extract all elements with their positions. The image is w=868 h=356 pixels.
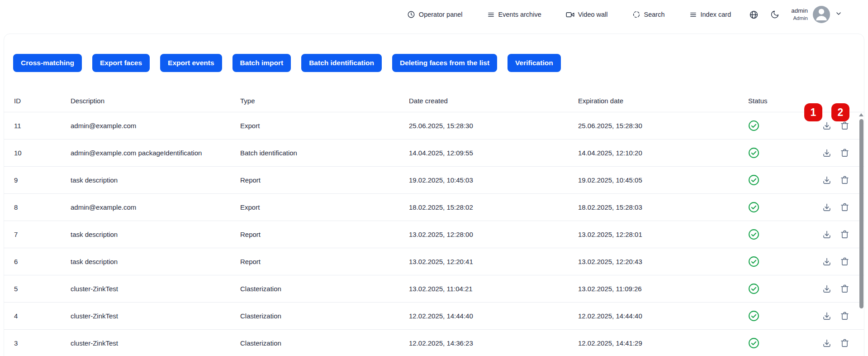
table-row-11: 11admin@example.comExport25.06.2025, 15:… (4, 112, 864, 139)
download-button[interactable] (822, 230, 832, 240)
cell-actions (802, 148, 854, 158)
nav-item-search[interactable]: Search (632, 10, 665, 19)
status-success-icon (748, 174, 759, 186)
cell-description: cluster-ZinkTest (71, 312, 240, 320)
chevron-down-icon[interactable] (835, 10, 842, 19)
status-success-icon (748, 310, 759, 322)
download-button[interactable] (822, 121, 832, 131)
status-success-icon (748, 229, 759, 240)
status-success-icon (748, 283, 759, 294)
table-row-4: 4cluster-ZinkTestClasterization12.02.202… (4, 302, 864, 329)
theme-toggle-button[interactable] (770, 10, 779, 19)
scrollbar-up-arrow-icon[interactable] (859, 113, 863, 116)
download-button[interactable] (822, 338, 832, 348)
trash-button[interactable] (840, 311, 849, 321)
download-icon (822, 230, 832, 240)
download-button[interactable] (822, 148, 832, 158)
cell-type: Clasterization (240, 312, 409, 320)
cell-expiration-date: 13.02.2025, 12:28:01 (578, 231, 748, 238)
language-globe-button[interactable] (749, 10, 759, 19)
trash-icon (840, 148, 849, 158)
cell-status (748, 202, 802, 213)
trash-button[interactable] (840, 338, 849, 348)
nav-item-operator-panel[interactable]: Operator panel (407, 10, 463, 19)
trash-button[interactable] (840, 202, 849, 212)
clock-icon (407, 10, 415, 19)
batch-identification-button[interactable]: Batch identification (301, 54, 382, 72)
user-role: Admin (791, 15, 808, 21)
nav-item-video-wall[interactable]: Video wall (566, 10, 608, 19)
export-events-button[interactable]: Export events (160, 54, 222, 72)
cell-status (748, 310, 802, 322)
cell-description: admin@example.com (71, 203, 240, 211)
table-row-5: 5cluster-ZinkTestClasterization13.02.202… (4, 275, 864, 302)
table-body: 11admin@example.comExport25.06.2025, 15:… (4, 112, 864, 356)
user-name: admin (791, 7, 808, 15)
cell-expiration-date: 14.04.2025, 12:10:20 (578, 149, 748, 157)
trash-icon (840, 121, 849, 130)
cell-date-created: 12.02.2025, 14:36:23 (409, 339, 578, 347)
column-header-expiration-date: Expiration date (578, 97, 748, 105)
trash-button[interactable] (840, 230, 849, 239)
cell-expiration-date: 12.02.2025, 14:44:40 (578, 312, 748, 320)
cell-description: admin@example.com (71, 122, 240, 130)
column-header-description: Description (71, 97, 240, 105)
cell-expiration-date: 12.02.2025, 14:41:29 (578, 339, 748, 347)
cell-status (748, 256, 802, 267)
cell-status (748, 147, 802, 159)
batch-import-button[interactable]: Batch import (232, 54, 291, 72)
globe-icon (749, 10, 759, 19)
status-success-icon (748, 147, 759, 159)
table-row-9: 9task descriptionReport19.02.2025, 10:45… (4, 166, 864, 193)
table-row-7: 7task descriptionReport13.02.2025, 12:28… (4, 221, 864, 248)
cell-description: task description (71, 258, 240, 265)
trash-button[interactable] (840, 175, 849, 185)
trash-button[interactable] (840, 148, 849, 158)
table-row-8: 8admin@example.comExport18.02.2025, 15:2… (4, 193, 864, 221)
verification-button[interactable]: Verification (508, 54, 561, 72)
trash-button[interactable] (840, 121, 849, 130)
person-icon (813, 6, 830, 23)
cell-date-created: 18.02.2025, 15:28:02 (409, 203, 578, 211)
cell-actions (802, 338, 854, 348)
cell-actions (802, 121, 854, 131)
deleting-faces-from-the-list-button[interactable]: Deleting faces from the list (392, 54, 497, 72)
table-row-3: 3cluster-ZinkTestClasterization12.02.202… (4, 329, 864, 356)
download-icon (822, 311, 832, 321)
annotation-badge-2: 2 (831, 103, 849, 121)
download-button[interactable] (822, 202, 832, 212)
download-button[interactable] (822, 175, 832, 185)
cell-date-created: 13.02.2025, 11:04:21 (409, 285, 578, 293)
nav-item-index-card[interactable]: Index card (689, 11, 731, 19)
cell-expiration-date: 13.02.2025, 12:20:43 (578, 258, 748, 265)
trash-icon (840, 311, 849, 321)
trash-button[interactable] (840, 284, 849, 293)
cell-date-created: 12.02.2025, 14:44:40 (409, 312, 578, 320)
status-success-icon (748, 337, 759, 349)
avatar[interactable] (813, 6, 830, 23)
nav-item-label: Index card (701, 11, 731, 18)
cell-id: 3 (14, 339, 71, 347)
user-menu[interactable]: admin Admin (791, 6, 842, 23)
cell-date-created: 25.06.2025, 15:28:30 (409, 122, 578, 130)
export-faces-button[interactable]: Export faces (92, 54, 150, 72)
status-success-icon (748, 120, 759, 131)
scrollbar-thumb[interactable] (859, 119, 863, 308)
list-icon (689, 11, 697, 19)
cell-status (748, 120, 802, 131)
download-button[interactable] (822, 284, 832, 294)
cell-actions (802, 175, 854, 185)
download-button[interactable] (822, 257, 832, 267)
nav-item-events-archive[interactable]: Events archive (487, 11, 541, 19)
download-button[interactable] (822, 311, 832, 321)
trash-button[interactable] (840, 257, 849, 266)
top-nav: Operator panelEvents archiveVideo wallSe… (0, 0, 868, 29)
cell-expiration-date: 13.02.2025, 11:09:26 (578, 285, 748, 293)
user-text: admin Admin (791, 7, 808, 21)
trash-icon (840, 284, 849, 293)
cross-matching-button[interactable]: Cross-matching (13, 54, 82, 72)
cell-type: Export (240, 122, 409, 130)
column-header-id: ID (14, 97, 71, 105)
cell-description: task description (71, 231, 240, 238)
scrollbar[interactable] (859, 113, 864, 356)
